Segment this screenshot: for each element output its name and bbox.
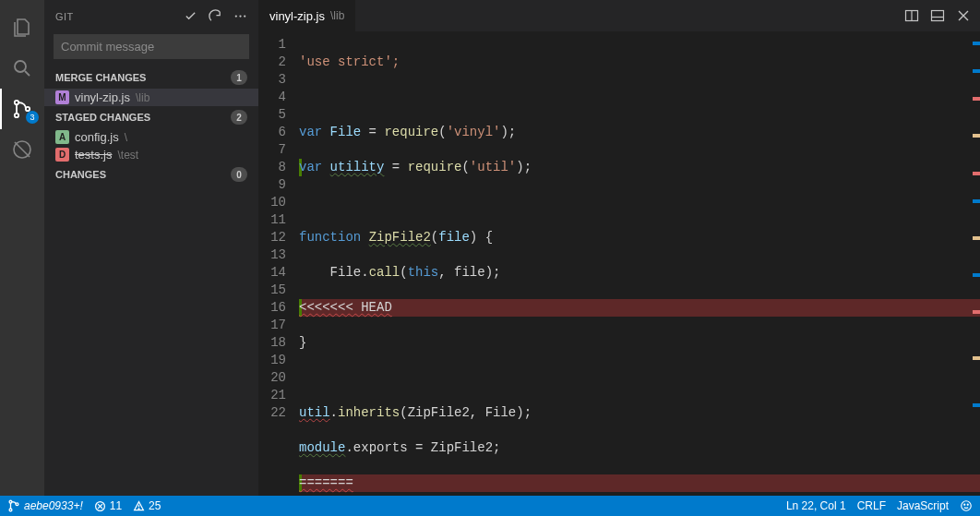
file-path: \lib [136, 91, 149, 104]
files-icon [11, 17, 33, 39]
tab-bar: vinyl-zip.js \lib [258, 0, 980, 32]
section-label: MERGE CHANGES [55, 72, 146, 83]
file-path: \ [125, 131, 127, 144]
file-row[interactable]: D tests.js \test [44, 146, 258, 163]
status-feedback[interactable] [960, 499, 973, 512]
status-bar: aebe0933+! 11 25 Ln 22, Col 1 CRLF JavaS… [0, 496, 980, 516]
activity-scm[interactable]: 3 [0, 89, 44, 129]
editor-body[interactable]: 1 2 3 4 5 6 7 8 9 10 11 12 13 14 15 16 1… [258, 32, 980, 496]
commit-message-input[interactable] [54, 34, 249, 59]
svg-rect-9 [932, 11, 944, 21]
activity-bar: 3 [0, 0, 44, 496]
activity-explorer[interactable] [0, 7, 44, 48]
activity-debug[interactable] [0, 129, 44, 170]
svg-point-5 [235, 15, 237, 17]
status-language[interactable]: JavaScript [897, 499, 949, 512]
svg-point-7 [244, 15, 245, 17]
file-name: vinyl-zip.js [75, 90, 130, 104]
sidebar: GIT MERGE CHANGES 1 M vinyl-zip.js \lib … [44, 0, 258, 496]
status-letter-added: A [55, 130, 69, 144]
sidebar-header: GIT [44, 0, 258, 32]
section-merge-changes[interactable]: MERGE CHANGES 1 [44, 66, 258, 89]
count-badge: 1 [231, 70, 247, 85]
split-editor-icon[interactable] [904, 8, 919, 23]
sidebar-title: GIT [55, 11, 74, 22]
file-path: \test [117, 149, 138, 162]
search-icon [11, 57, 33, 79]
file-name: config.js [75, 130, 119, 144]
status-warnings[interactable]: 25 [133, 499, 161, 512]
svg-point-17 [967, 504, 968, 505]
smiley-icon [960, 499, 973, 512]
commit-message-input-wrap [54, 34, 249, 59]
count-badge: 0 [231, 167, 247, 182]
activity-search[interactable] [0, 48, 44, 89]
section-changes[interactable]: CHANGES 0 [44, 163, 258, 186]
svg-point-16 [964, 504, 965, 505]
tab-file-name: vinyl-zip.js [269, 9, 325, 23]
status-cursor[interactable]: Ln 22, Col 1 [786, 499, 846, 512]
scm-badge: 3 [26, 111, 39, 124]
status-branch[interactable]: aebe0933+! [7, 499, 83, 512]
svg-point-1 [15, 101, 18, 104]
section-label: STAGED CHANGES [55, 112, 150, 123]
file-row[interactable]: M vinyl-zip.js \lib [44, 89, 258, 106]
warning-icon [133, 500, 145, 512]
svg-point-6 [239, 15, 241, 17]
more-icon[interactable] [233, 9, 247, 23]
file-row[interactable]: A config.js \ [44, 128, 258, 146]
show-panel-icon[interactable] [930, 8, 945, 23]
section-label: CHANGES [55, 169, 106, 180]
close-icon[interactable] [956, 8, 971, 23]
svg-point-11 [9, 509, 12, 511]
editor-tab[interactable]: vinyl-zip.js \lib [258, 0, 355, 32]
status-errors[interactable]: 11 [94, 499, 122, 512]
editor-area: vinyl-zip.js \lib 1 2 3 4 5 6 7 8 9 10 [258, 0, 980, 496]
tab-file-path: \lib [330, 9, 344, 22]
status-letter-deleted: D [55, 148, 69, 162]
status-eol[interactable]: CRLF [857, 499, 886, 512]
svg-point-10 [9, 500, 12, 503]
overview-ruler[interactable] [973, 32, 980, 496]
refresh-icon[interactable] [209, 9, 222, 23]
status-letter-modified: M [55, 90, 69, 104]
file-name: tests.js [75, 148, 112, 162]
section-staged-changes[interactable]: STAGED CHANGES 2 [44, 106, 258, 128]
code-content[interactable]: 'use strict'; var File = require('vinyl'… [299, 32, 980, 496]
error-icon [94, 500, 106, 512]
line-gutter: 1 2 3 4 5 6 7 8 9 10 11 12 13 14 15 16 1… [258, 32, 299, 496]
svg-point-2 [15, 114, 18, 117]
svg-point-0 [15, 61, 26, 72]
commit-icon[interactable] [184, 9, 197, 23]
debug-icon [11, 138, 33, 161]
count-badge: 2 [231, 110, 247, 125]
svg-point-14 [138, 508, 139, 509]
svg-point-15 [962, 501, 972, 511]
branch-icon [7, 499, 20, 512]
